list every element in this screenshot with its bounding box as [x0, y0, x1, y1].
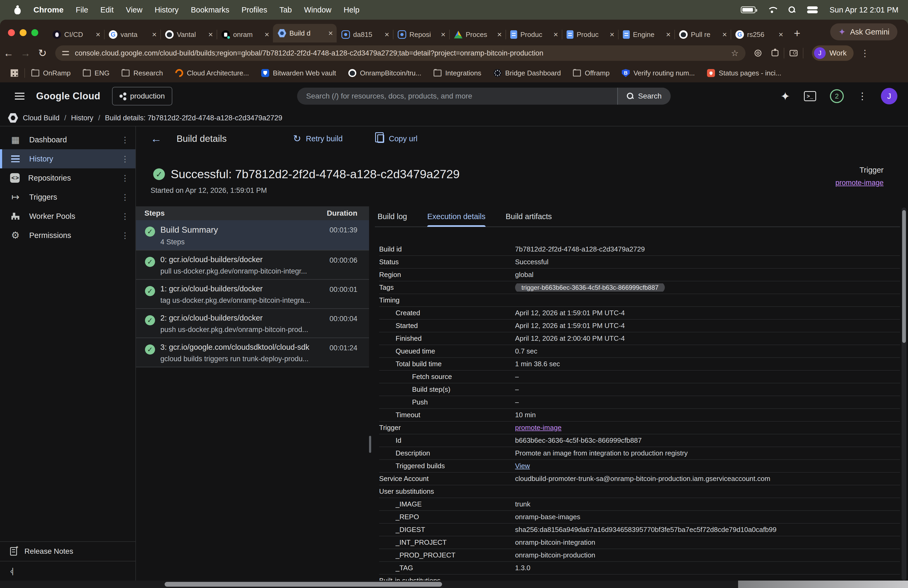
menubar-item[interactable]: File [76, 6, 88, 14]
sidebar-item[interactable]: Repositories ⋮ [0, 168, 135, 187]
step-row[interactable]: ✓ 3: gcr.io/google.com/cloudsdktool/clou… [136, 338, 369, 367]
menubar-item[interactable]: Window [304, 6, 331, 14]
tab-close-icon[interactable]: × [264, 30, 269, 39]
bookmark-item[interactable]: Offramp [573, 69, 609, 77]
sidebar-item[interactable]: Triggers ⋮ [0, 187, 135, 207]
browser-tab[interactable]: rs256 × [731, 27, 787, 42]
control-center-icon[interactable] [807, 6, 818, 13]
project-selector[interactable]: production [112, 87, 172, 105]
tab-close-icon[interactable]: × [722, 30, 727, 39]
site-settings-icon[interactable] [62, 50, 69, 56]
tab-close-icon[interactable]: × [152, 30, 157, 39]
browser-tab[interactable]: Build d × [273, 24, 336, 42]
new-tab-button[interactable]: + [787, 27, 807, 42]
tab-close-icon[interactable]: × [328, 29, 333, 38]
sidebar-item-kebab-icon[interactable]: ⋮ [121, 174, 129, 183]
notifications-badge[interactable]: 2 [830, 89, 844, 103]
bookmark-item[interactable]: OnrampBitcoin/tru... [348, 69, 421, 77]
profile-chip[interactable]: J Work [812, 45, 853, 61]
tab-close-icon[interactable]: × [208, 30, 213, 39]
tab-close-icon[interactable]: × [497, 30, 502, 39]
reload-icon[interactable]: ↻ [34, 47, 51, 59]
bookmark-item[interactable]: Research [122, 69, 163, 77]
hscroll-thumb-right[interactable] [738, 581, 908, 588]
tab-close-icon[interactable]: × [553, 30, 558, 39]
step-row[interactable]: ✓ 0: gcr.io/cloud-builders/docker pull u… [136, 250, 369, 280]
apps-grid-icon[interactable] [11, 69, 18, 77]
copy-url-button[interactable]: Copy url [377, 134, 418, 143]
sidebar-item-kebab-icon[interactable]: ⋮ [121, 212, 129, 221]
forward-icon[interactable]: → [17, 48, 34, 59]
bookmark-item[interactable]: Bitwarden Web vault [261, 69, 336, 77]
menubar-item[interactable]: Tab [279, 6, 292, 14]
bookmark-item[interactable]: OnRamp [31, 69, 71, 77]
wifi-icon[interactable] [767, 6, 777, 13]
spotlight-icon[interactable] [789, 6, 795, 13]
tab-close-icon[interactable]: × [385, 30, 389, 39]
breadcrumb-product[interactable]: Cloud Build [23, 114, 60, 122]
detail-tab[interactable]: Execution details [427, 206, 485, 227]
omnibox[interactable]: console.cloud.google.com/cloud-build/bui… [55, 45, 745, 61]
trigger-link[interactable]: promote-image [835, 179, 884, 187]
close-window-button[interactable] [8, 29, 15, 36]
browser-tab[interactable]: Produc × [506, 27, 562, 42]
browser-menu-icon[interactable]: ⋮ [853, 48, 876, 58]
browser-tab[interactable]: CI/CD × [48, 27, 104, 42]
vertical-scrollbar[interactable] [902, 208, 906, 581]
menubar-item[interactable]: Edit [100, 6, 114, 14]
browser-tab[interactable]: Pull re × [675, 27, 731, 42]
menubar-item[interactable]: Bookmarks [191, 6, 229, 14]
bookmark-item[interactable]: ENG [83, 69, 109, 77]
menubar-item[interactable]: Chrome [34, 5, 63, 14]
tab-close-icon[interactable]: × [610, 30, 614, 39]
tab-close-icon[interactable]: × [96, 30, 100, 39]
browser-tab[interactable]: Proces × [449, 27, 506, 42]
release-notes-link[interactable]: Release Notes [0, 541, 135, 561]
bookmark-item[interactable]: Integrations [433, 69, 481, 77]
browser-tab[interactable]: Engine × [618, 27, 675, 42]
extension-ring-icon[interactable] [755, 50, 761, 56]
tab-close-icon[interactable]: × [441, 30, 446, 39]
browser-tab[interactable]: Produc × [562, 27, 618, 42]
back-icon[interactable]: ← [0, 48, 17, 59]
panel-scrollbar-thumb[interactable] [369, 436, 371, 453]
ask-gemini-button[interactable]: ✦ Ask Gemini [830, 23, 897, 40]
sidebar-item-kebab-icon[interactable]: ⋮ [121, 231, 129, 240]
step-row[interactable]: ✓ 1: gcr.io/cloud-builders/docker tag us… [136, 280, 369, 309]
console-search-bar[interactable]: Search (/) for resources, docs, products… [297, 88, 671, 105]
battery-icon[interactable] [741, 6, 756, 13]
maximize-window-button[interactable] [31, 29, 38, 36]
cloud-shell-icon[interactable]: >_ [804, 91, 816, 101]
sidebar-item[interactable]: Permissions ⋮ [0, 226, 135, 245]
search-button[interactable]: Search [617, 88, 671, 105]
apple-icon[interactable] [13, 5, 21, 14]
account-avatar[interactable]: J [881, 88, 897, 105]
horizontal-scrollbar[interactable] [0, 581, 908, 588]
sidebar-item-kebab-icon[interactable]: ⋮ [121, 193, 129, 202]
sidebar-item[interactable]: Dashboard ⋮ [0, 130, 135, 149]
bookmark-item[interactable]: Cloud Architecture... [175, 69, 249, 77]
menubar-item[interactable]: Help [344, 6, 359, 14]
hscroll-thumb[interactable] [164, 582, 442, 587]
menubar-item[interactable]: View [126, 6, 142, 14]
collapse-sidebar-button[interactable]: ‹| [0, 561, 135, 581]
detail-tab[interactable]: Build log [378, 206, 407, 227]
menubar-clock[interactable]: Sun Apr 12 2:01 PM [829, 6, 898, 14]
google-cloud-logo[interactable]: Google Cloud [36, 90, 100, 102]
browser-tab[interactable]: vanta × [104, 27, 160, 42]
back-arrow-button[interactable]: ← [151, 132, 162, 145]
bookmark-star-icon[interactable]: ☆ [731, 48, 739, 58]
side-panel-search-icon[interactable] [790, 50, 798, 56]
browser-tab[interactable]: Vantal × [160, 27, 217, 42]
console-more-icon[interactable]: ⋮ [858, 90, 867, 102]
bookmark-item[interactable]: Status pages - inci... [707, 69, 781, 77]
menubar-item[interactable]: Profiles [241, 6, 267, 14]
detail-tab[interactable]: Build artifacts [506, 206, 552, 227]
browser-tab[interactable]: da815 × [336, 27, 393, 42]
minimize-window-button[interactable] [19, 29, 27, 36]
step-row[interactable]: ✓ 2: gcr.io/cloud-builders/docker push u… [136, 309, 369, 338]
browser-tab[interactable]: Reposi × [393, 27, 449, 42]
sidebar-item[interactable]: History ⋮ [0, 149, 135, 168]
breadcrumb-section[interactable]: History [71, 114, 93, 122]
sidebar-item-kebab-icon[interactable]: ⋮ [121, 135, 129, 145]
